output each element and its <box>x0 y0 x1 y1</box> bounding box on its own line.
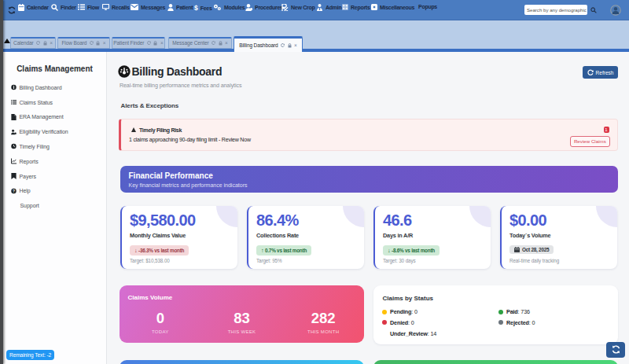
svg-text:?: ? <box>13 189 15 193</box>
